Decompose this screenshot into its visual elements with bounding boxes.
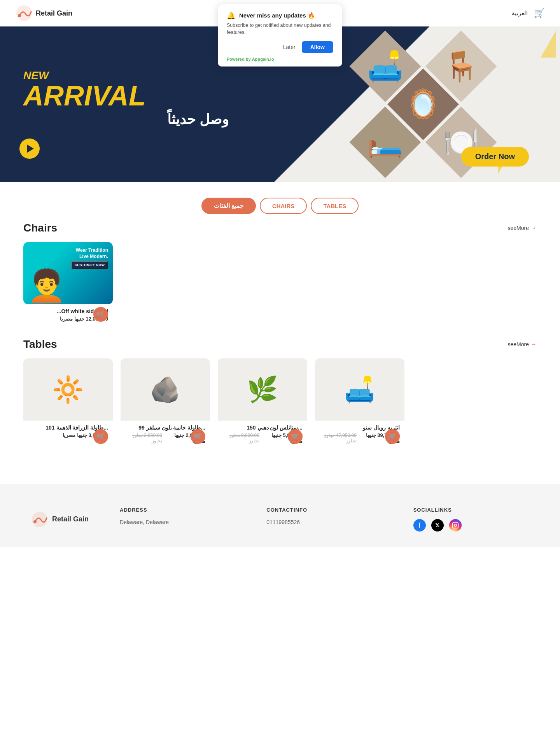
hero-left: NEW ARRIVAL وصل حديثاً bbox=[0, 54, 252, 155]
table-product-name-1: ...طاولة الزرافة الذهبية 101 bbox=[28, 424, 108, 431]
footer-contact-value: 01119985526 bbox=[266, 519, 382, 525]
play-button[interactable] bbox=[19, 139, 40, 159]
bell-icon: 🔔 bbox=[227, 11, 235, 20]
tab-chairs[interactable]: CHAIRS bbox=[260, 198, 307, 214]
tables-title: Tables bbox=[23, 338, 57, 351]
chair-add-to-cart-button[interactable]: 🛒 bbox=[93, 307, 108, 322]
deco-triangle-top-right bbox=[541, 30, 556, 58]
table-emoji-1: 🔆 bbox=[52, 377, 84, 402]
table-product-img-3: 🌿 bbox=[218, 358, 307, 421]
footer-address-value: Delaware, Delaware bbox=[120, 519, 235, 525]
table-emoji-2: 🪨 bbox=[150, 377, 181, 402]
social-links: f 𝕏 bbox=[413, 519, 529, 531]
arabic-link[interactable]: العربية bbox=[512, 10, 528, 17]
ad-text-area: Wear Tradition Live Modern. CUSTOMIZE NO… bbox=[71, 247, 108, 269]
svg-point-5 bbox=[454, 524, 457, 526]
table-add-cart-3[interactable]: 🛒 bbox=[288, 429, 303, 444]
chair-ad-card: 🧑‍🦱 Wear Tradition Live Modern. CUSTOMIZ… bbox=[23, 242, 113, 326]
facebook-icon[interactable]: f bbox=[413, 519, 426, 531]
svg-rect-4 bbox=[452, 523, 458, 528]
tables-products-row: 🔆 ...طاولة الزرافة الذهبية 101 3,000.00 … bbox=[23, 358, 537, 449]
table-add-cart-4[interactable]: 🛒 bbox=[385, 429, 400, 444]
footer-logo-icon bbox=[31, 511, 48, 528]
hero-arabic-label: وصل حديثاً bbox=[23, 111, 229, 128]
table-price-original-2: 3,650.00 تجاوز تجاوز bbox=[125, 433, 162, 444]
table-emoji-4: 🛋️ bbox=[344, 377, 375, 402]
svg-point-2 bbox=[32, 512, 47, 527]
table-product-card-3: 🌿 ...ستانلس لون دهبي 150 5,850.00 جنيها … bbox=[218, 358, 307, 449]
footer-inner: Retail Gain ADDRESS Delaware, Delaware C… bbox=[31, 507, 529, 531]
footer-address-title: ADDRESS bbox=[120, 507, 235, 513]
chairs-products-row: 🧑‍🦱 Wear Tradition Live Modern. CUSTOMIZ… bbox=[23, 242, 537, 326]
hero-arrival-label: ARRIVAL bbox=[23, 82, 229, 110]
chairs-section-header: Chairs seeMore → bbox=[23, 222, 537, 234]
chairs-section: Chairs seeMore → 🧑‍🦱 Wear Tradition Live… bbox=[0, 222, 560, 338]
instagram-icon[interactable] bbox=[449, 519, 462, 531]
table-add-cart-1[interactable]: 🛒 bbox=[93, 429, 108, 444]
tables-section-header: Tables seeMore → bbox=[23, 338, 537, 351]
logo-text: Retail Gain bbox=[36, 9, 72, 18]
logo-icon bbox=[16, 5, 33, 22]
x-twitter-icon[interactable]: 𝕏 bbox=[431, 519, 444, 531]
notification-popup: 🔔 Never miss any updates 🔥 Subscribe to … bbox=[218, 4, 342, 67]
table-product-img-1: 🔆 bbox=[23, 358, 113, 421]
table-product-card-2: 🪨 ...طاولة جانبية بلون سيلفر 99 2,900.00… bbox=[121, 358, 210, 449]
see-more-arrow: → bbox=[530, 225, 537, 232]
svg-point-3 bbox=[33, 520, 37, 523]
ad-cta-button[interactable]: CUSTOMIZE NOW bbox=[71, 261, 108, 269]
svg-point-0 bbox=[16, 5, 32, 21]
later-button[interactable]: Later bbox=[283, 44, 296, 50]
header-right: العربية 🛒 bbox=[512, 8, 544, 18]
table-product-name-4: انتريه رويال سنو bbox=[320, 424, 400, 431]
order-now-button[interactable]: Order Now bbox=[461, 147, 529, 167]
svg-point-1 bbox=[18, 14, 21, 17]
category-tabs: جميع الفئات CHAIRS TABLES bbox=[0, 182, 560, 222]
tab-all[interactable]: جميع الفئات bbox=[201, 198, 256, 214]
appgain-link[interactable]: Appgain.io bbox=[252, 57, 274, 61]
play-icon bbox=[27, 144, 34, 153]
footer-social-title: SOCIALLINKS bbox=[413, 507, 529, 513]
table-product-card-1: 🔆 ...طاولة الزرافة الذهبية 101 3,000.00 … bbox=[23, 358, 113, 449]
fire-icon: 🔥 bbox=[308, 12, 315, 19]
allow-button[interactable]: Allow bbox=[302, 41, 333, 53]
chairs-title: Chairs bbox=[23, 222, 57, 234]
table-add-cart-2[interactable]: 🛒 bbox=[191, 429, 205, 444]
table-product-card-4: 🛋️ انتريه رويال سنو 39,750.00 جنيها مصري… bbox=[315, 358, 404, 449]
tables-section: Tables seeMore → 🔆 ...طاولة الزرافة الذه… bbox=[0, 338, 560, 460]
footer: Retail Gain ADDRESS Delaware, Delaware C… bbox=[0, 484, 560, 547]
table-product-name-2: ...طاولة جانبية بلون سيلفر 99 bbox=[125, 424, 205, 431]
ad-person-icon: 🧑‍🦱 bbox=[27, 268, 66, 304]
footer-contact-title: CONTACTINFO bbox=[266, 507, 382, 513]
table-product-name-3: ...ستانلس لون دهبي 150 bbox=[222, 424, 303, 431]
table-product-img-4: 🛋️ bbox=[315, 358, 404, 421]
footer-logo: Retail Gain bbox=[31, 507, 89, 531]
footer-contact-col: CONTACTINFO 01119985526 bbox=[266, 507, 382, 531]
chairs-see-more[interactable]: seeMore → bbox=[508, 225, 537, 232]
notif-description: Subscribe to get notified about new upda… bbox=[227, 22, 333, 36]
footer-address-col: ADDRESS Delaware, Delaware bbox=[120, 507, 235, 531]
tables-see-more[interactable]: seeMore → bbox=[508, 341, 537, 348]
notif-header: 🔔 Never miss any updates 🔥 bbox=[227, 11, 333, 20]
ad-tagline: Wear Tradition Live Modern. bbox=[71, 247, 108, 260]
ad-image: 🧑‍🦱 Wear Tradition Live Modern. CUSTOMIZ… bbox=[23, 242, 113, 304]
footer-social-col: SOCIALLINKS f 𝕏 bbox=[413, 507, 529, 531]
table-price-original-3: 8,600.00 تجاوز تجاوز bbox=[222, 433, 259, 444]
notif-title: Never miss any updates 🔥 bbox=[239, 12, 315, 19]
table-emoji-3: 🌿 bbox=[247, 377, 278, 402]
notif-title-text: Never miss any updates bbox=[239, 12, 306, 19]
powered-by: Powered by Appgain.io bbox=[227, 57, 333, 61]
svg-point-6 bbox=[457, 523, 457, 524]
table-product-img-2: 🪨 bbox=[121, 358, 210, 421]
notif-actions: Later Allow bbox=[227, 41, 333, 53]
cart-icon[interactable]: 🛒 bbox=[534, 8, 544, 18]
logo[interactable]: Retail Gain bbox=[16, 5, 72, 22]
table-price-original-4: 47,950.00 تجاوز تجاوز bbox=[320, 433, 357, 444]
tab-tables[interactable]: TABLES bbox=[311, 198, 359, 214]
tables-see-more-arrow: → bbox=[530, 341, 537, 348]
footer-logo-text: Retail Gain bbox=[52, 515, 89, 523]
header: Retail Gain العربية 🛒 🔔 Never miss any u… bbox=[0, 0, 560, 26]
